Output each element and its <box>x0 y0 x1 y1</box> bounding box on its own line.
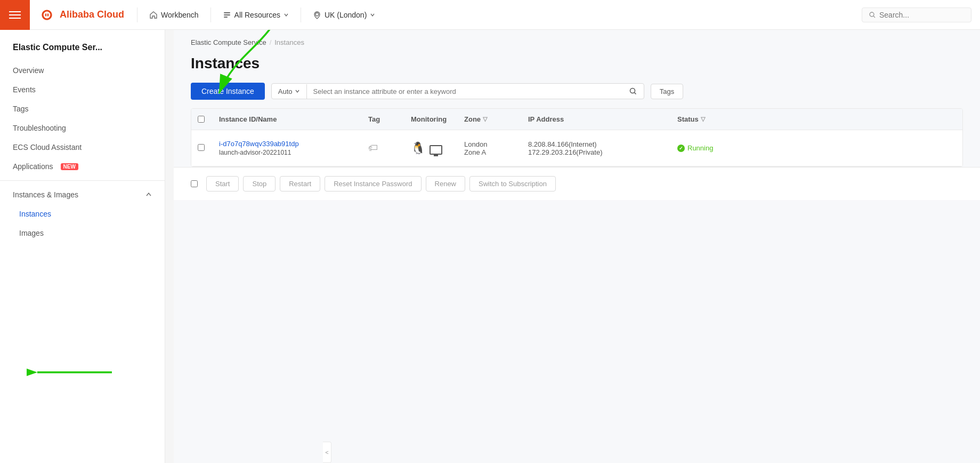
sidebar-sub-item-images[interactable]: Images <box>0 223 165 243</box>
all-resources-label: All Resources <box>234 11 280 19</box>
th-instance-id: Instance ID/Name <box>215 115 364 123</box>
all-resources-button[interactable]: All Resources <box>215 7 296 22</box>
status-filter-icon[interactable]: ▽ <box>701 116 705 123</box>
resources-icon <box>223 11 231 19</box>
page-header: Instances <box>174 51 980 83</box>
sidebar-section-instances-images[interactable]: Instances & Images <box>0 185 165 204</box>
location-icon <box>313 11 321 19</box>
chevron-up-icon <box>145 191 152 198</box>
instance-search-bar[interactable]: Auto <box>271 83 644 99</box>
switch-to-subscription-button[interactable]: Switch to Subscription <box>469 176 556 191</box>
th-ip-address: IP Address <box>524 115 673 123</box>
search-icon <box>869 11 876 19</box>
create-instance-button[interactable]: Create Instance <box>191 83 265 100</box>
instance-search-input[interactable] <box>307 84 622 99</box>
tag-icon[interactable]: 🏷 <box>368 142 378 153</box>
ip-private: 172.29.203.216(Private) <box>528 148 669 156</box>
select-all-checkbox[interactable] <box>198 116 205 123</box>
stop-button[interactable]: Stop <box>243 176 276 191</box>
sidebar-item-troubleshooting[interactable]: Troubleshooting <box>0 118 165 138</box>
ip-internet: 8.208.84.166(Internet) <box>528 140 669 148</box>
th-status: Status ▽ <box>673 115 748 123</box>
breadcrumb-ecs[interactable]: Elastic Compute Service <box>191 38 266 46</box>
row-select-checkbox[interactable] <box>198 144 205 151</box>
svg-rect-1 <box>224 12 230 13</box>
zone-filter-icon[interactable]: ▽ <box>483 116 487 123</box>
region-chevron-down-icon <box>370 12 375 18</box>
th-checkbox[interactable] <box>191 116 215 123</box>
search-chevron-down-icon <box>295 89 300 94</box>
renew-button[interactable]: Renew <box>426 176 465 191</box>
tags-button[interactable]: Tags <box>651 84 683 99</box>
page-title: Instances <box>191 55 963 72</box>
region-label: UK (London) <box>325 11 367 19</box>
home-icon <box>149 11 158 19</box>
instance-name: launch-advisor-20221011 <box>219 149 360 156</box>
td-instance-id: i-d7o7q78wqv339ab91tdp launch-advisor-20… <box>215 140 364 156</box>
breadcrumb-separator: / <box>270 38 272 46</box>
hamburger-icon[interactable] <box>9 11 21 19</box>
sidebar-item-tags[interactable]: Tags <box>0 99 165 118</box>
workbench-label: Workbench <box>161 11 199 19</box>
collapse-icon: < <box>325 449 328 456</box>
toolbar: Create Instance Auto Tags <box>174 83 980 108</box>
search-bar[interactable] <box>862 7 971 22</box>
reset-password-button[interactable]: Reset Instance Password <box>325 176 421 191</box>
sidebar-item-ecs-cloud-assistant[interactable]: ECS Cloud Assistant <box>0 138 165 157</box>
sidebar-sub-item-label-instances: Instances <box>19 210 51 218</box>
status-running-icon <box>677 145 685 152</box>
search-submit-icon <box>629 87 637 95</box>
sidebar-item-overview[interactable]: Overview <box>0 61 165 80</box>
sidebar-item-label-ecs: ECS Cloud Assistant <box>13 143 82 151</box>
sidebar-item-label-overview: Overview <box>13 66 44 75</box>
sidebar-item-applications[interactable]: Applications NEW <box>0 157 165 176</box>
svg-rect-0 <box>38 6 55 23</box>
zone-main: London <box>464 140 520 148</box>
svg-point-5 <box>870 12 874 17</box>
action-bar: Start Stop Restart Reset Instance Passwo… <box>174 167 980 200</box>
td-zone: London Zone A <box>460 140 524 156</box>
td-ip-address: 8.208.84.166(Internet) 172.29.203.216(Pr… <box>524 140 673 156</box>
alibaba-cloud-logo-icon <box>38 6 55 23</box>
search-auto-dropdown[interactable]: Auto <box>272 84 307 99</box>
nav-divider-3 <box>301 7 301 22</box>
sidebar-sub-item-instances[interactable]: Instances <box>0 204 165 223</box>
instance-id-link[interactable]: i-d7o7q78wqv339ab91tdp <box>219 140 360 148</box>
th-tag: Tag <box>364 115 407 123</box>
sidebar-collapse-button[interactable]: < <box>323 442 331 463</box>
th-zone: Zone ▽ <box>460 115 524 123</box>
sidebar-item-label-events: Events <box>13 85 36 94</box>
restart-button[interactable]: Restart <box>280 176 320 191</box>
sidebar-wrapper: Elastic Compute Ser... Overview Events T… <box>0 30 174 463</box>
sidebar-item-label-troubleshooting: Troubleshooting <box>13 124 66 132</box>
row-checkbox[interactable] <box>191 144 215 153</box>
logo-text: Alibaba Cloud <box>60 9 124 20</box>
svg-rect-2 <box>224 14 230 15</box>
workbench-button[interactable]: Workbench <box>142 7 206 22</box>
sidebar-section-label: Instances & Images <box>13 190 78 199</box>
linux-icon: 🐧 <box>411 141 425 155</box>
search-input[interactable] <box>879 11 965 19</box>
action-bar-checkbox[interactable] <box>191 180 198 187</box>
status-label: Running <box>687 144 713 152</box>
start-button[interactable]: Start <box>206 176 239 191</box>
hamburger-menu-area[interactable] <box>0 0 30 30</box>
table-row: i-d7o7q78wqv339ab91tdp launch-advisor-20… <box>191 130 962 166</box>
sidebar-item-label-tags: Tags <box>13 105 29 113</box>
region-button[interactable]: UK (London) <box>305 7 383 22</box>
th-monitoring: Monitoring <box>407 115 460 123</box>
sidebar-item-events[interactable]: Events <box>0 80 165 99</box>
top-navigation: Alibaba Cloud Workbench All Resources UK… <box>0 0 980 30</box>
instance-search-button[interactable] <box>622 84 644 99</box>
main-layout: Elastic Compute Ser... Overview Events T… <box>0 30 980 463</box>
search-auto-label: Auto <box>278 87 293 95</box>
svg-point-6 <box>630 89 635 93</box>
nav-divider <box>137 7 137 22</box>
logo-area: Alibaba Cloud <box>30 6 133 23</box>
sidebar-sub-item-label-images: Images <box>19 229 44 237</box>
nav-divider-2 <box>210 7 211 22</box>
sidebar-divider <box>0 180 165 181</box>
td-tag: 🏷 <box>364 142 407 154</box>
main-content: Elastic Compute Service / Instances Inst… <box>174 30 980 463</box>
table-header: Instance ID/Name Tag Monitoring Zone ▽ I… <box>191 109 962 130</box>
